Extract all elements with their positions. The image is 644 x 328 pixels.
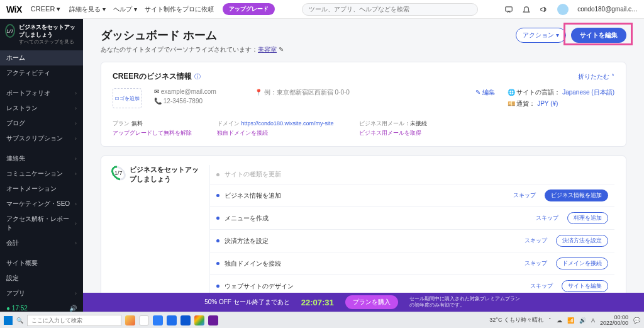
step-skip-link[interactable]: スキップ <box>525 259 547 268</box>
tray-up-icon[interactable]: ˄ <box>548 317 552 324</box>
step-label: ウェブサイトのデザイン <box>225 282 525 291</box>
nav-subscription[interactable]: サブスクリプション› <box>0 131 83 146</box>
tray-volume-icon[interactable]: 🔊 <box>579 317 586 324</box>
collapse-link[interactable]: 折りたたむ ˄ <box>578 72 614 81</box>
upgrade-plan-link[interactable]: アップグレードして無料を解除 <box>113 129 192 137</box>
steps-list: サイトの種類を更新ビジネス情報を追加スキップビジネス情報を追加メニューを作成スキ… <box>209 165 614 312</box>
nav-contacts[interactable]: 連絡先› <box>0 151 83 166</box>
sidebar-setup-sub: すべてのステップを見る <box>19 38 78 45</box>
nav-site-overview[interactable]: サイト概要 <box>0 256 83 271</box>
info-icon[interactable]: ⓘ <box>194 73 201 80</box>
tray-onedrive-icon[interactable]: ☁ <box>557 317 562 324</box>
nav-activity[interactable]: アクティビティ <box>0 65 83 81</box>
promo-buy-button[interactable]: プランを購入 <box>345 295 398 309</box>
nav-restaurant[interactable]: レストラン› <box>0 101 83 116</box>
nav-bot: サイト概要 設定 アプリ› <box>0 256 83 301</box>
nav-marketing-seo[interactable]: マーケティング・SEO› <box>0 196 83 212</box>
wix-logo[interactable]: WiX <box>6 4 22 14</box>
biz-lang: 🌐 サイトの言語： Japanese (日本語) <box>508 88 614 97</box>
progress-ring: 1/7 <box>5 24 15 38</box>
nav-home[interactable]: ホーム <box>0 50 83 65</box>
step-label: 独自ドメインを接続 <box>225 259 519 268</box>
task-weather-icon[interactable] <box>125 315 135 325</box>
menu-item[interactable]: ヘルプ ▾ <box>113 5 137 14</box>
step-row[interactable]: 独自ドメインを接続スキップドメインを接続 <box>210 252 614 275</box>
chat-icon[interactable] <box>504 5 513 14</box>
menu-item[interactable]: 詳細を見る ▾ <box>69 5 106 14</box>
user-email[interactable]: condo180@gmail.c… <box>577 6 638 13</box>
step-skip-link[interactable]: スキップ <box>530 282 553 290</box>
edit-site-button[interactable]: サイトを編集 <box>571 28 626 43</box>
start-button[interactable] <box>4 316 13 325</box>
nav-apps[interactable]: アプリ› <box>0 286 83 301</box>
task-edge-icon[interactable] <box>167 315 177 325</box>
nav-analytics[interactable]: アクセス解析・レポート› <box>0 212 83 235</box>
site-switcher[interactable]: CREER ▾ <box>31 5 61 13</box>
topbar-icons: condo180@gmail.c… <box>504 4 638 15</box>
actions-button[interactable]: アクション ▾ <box>516 28 566 43</box>
nav-mid: ポートフォリオ› レストラン› ブログ› サブスクリプション› <box>0 86 83 146</box>
avatar[interactable] <box>557 4 569 15</box>
step-row[interactable]: ビジネス情報を追加スキップビジネス情報を追加 <box>210 184 614 207</box>
task-app-icon[interactable] <box>208 315 218 325</box>
step-skip-link[interactable]: スキップ <box>525 237 547 245</box>
svg-rect-0 <box>506 6 513 11</box>
connect-domain-link[interactable]: 独自ドメインを接続 <box>217 129 334 137</box>
step-action-button[interactable]: ビジネス情報を追加 <box>545 189 608 201</box>
promo-countdown: 22:07:31 <box>301 298 334 307</box>
nav-mid2: 連絡先› コミュニケーション› オートメーション マーケティング・SEO› アク… <box>0 151 83 251</box>
nav-automation[interactable]: オートメーション <box>0 181 83 196</box>
nav-portfolio[interactable]: ポートフォリオ› <box>0 86 83 101</box>
step-row[interactable]: 決済方法を設定スキップ決済方法を設定 <box>210 230 614 252</box>
step-row[interactable]: メニューを作成スキップ料理を追加 <box>210 207 614 230</box>
search-input[interactable] <box>302 3 478 16</box>
step-dot-icon <box>216 262 219 265</box>
step-label: メニューを作成 <box>225 214 531 223</box>
task-chrome-icon[interactable] <box>194 315 204 325</box>
sidebar-setup-title: ビジネスをセットアップしましょう <box>19 24 78 38</box>
head-actions: アクション ▾ サイトを編集 <box>516 28 626 43</box>
step-action-button[interactable]: 料理を追加 <box>567 212 608 224</box>
top-bar: WiX CREER ▾ 詳細を見る ▾ ヘルプ ▾ サイト制作をプロに依頼 アッ… <box>0 0 644 19</box>
tray-wifi-icon[interactable]: 📶 <box>567 317 574 324</box>
step-dot-icon <box>216 173 219 176</box>
tray-ime-icon[interactable]: A <box>591 317 595 324</box>
step-action-button[interactable]: 決済方法を設定 <box>556 235 608 247</box>
taskbar-search[interactable] <box>27 315 121 326</box>
page-header: ダッシュボード ホーム あなたのサイトタイプでパーソナライズされています：美容室… <box>101 28 626 54</box>
tray-date: 2022/00/00 <box>600 320 628 326</box>
task-explorer-icon[interactable] <box>139 315 149 325</box>
step-skip-link[interactable]: スキップ <box>536 214 558 222</box>
nav-settings[interactable]: 設定 <box>0 271 83 286</box>
megaphone-icon[interactable] <box>540 5 548 14</box>
step-action-button[interactable]: ドメインを接続 <box>556 257 608 269</box>
sidebar-setup[interactable]: 1/7 ビジネスをセットアップしましょう すべてのステップを見る <box>0 19 83 50</box>
step-label: サイトの種類を更新 <box>225 170 608 179</box>
step-skip-link[interactable]: スキップ <box>513 191 536 200</box>
add-logo-button[interactable]: ロゴを追加 <box>113 88 142 108</box>
bell-icon[interactable] <box>522 5 531 14</box>
step-action-button[interactable]: サイトを編集 <box>562 280 608 292</box>
top-menu: 詳細を見る ▾ ヘルプ ▾ サイト制作をプロに依頼 <box>69 5 214 14</box>
tray-notifications-icon[interactable]: 💬 <box>633 317 640 324</box>
nav-blog[interactable]: ブログ› <box>0 116 83 131</box>
page-title: ダッシュボード ホーム <box>101 28 284 43</box>
business-info-card: CREERのビジネス情報ⓘ 折りたたむ ˄ ロゴを追加 ✉ example@ma… <box>101 62 626 147</box>
site-type-link[interactable]: 美容室 <box>258 46 277 53</box>
volume-icon[interactable]: 🔊 <box>69 305 77 312</box>
edit-biz-link[interactable]: ✎ 編集 <box>475 88 495 97</box>
get-mail-link[interactable]: ビジネス用メールを取得 <box>359 129 427 137</box>
menu-item[interactable]: サイト制作をプロに依頼 <box>145 5 214 14</box>
nav-communication[interactable]: コミュニケーション› <box>0 166 83 181</box>
nav-accounting[interactable]: 会計› <box>0 235 83 251</box>
windows-taskbar: 🔍 32°C くもり時々晴れ ˄ ☁ 📶 🔊 A 00:00 2022/00/0… <box>0 312 644 328</box>
upgrade-button[interactable]: アップグレード <box>223 3 275 15</box>
task-mail-icon[interactable] <box>153 315 163 325</box>
tray-weather: 32°C くもり時々晴れ <box>489 316 543 324</box>
system-tray[interactable]: 32°C くもり時々晴れ ˄ ☁ 📶 🔊 A 00:00 2022/00/00 … <box>489 315 640 326</box>
promo-bar: 50% OFF セール終了まであと 22:07:31 プランを購入 セール期間中… <box>83 293 644 312</box>
biz-currency: 💴 通貨： JPY (¥) <box>508 99 614 108</box>
task-store-icon[interactable] <box>180 315 191 325</box>
step-row[interactable]: サイトの種類を更新 <box>210 165 614 184</box>
search-icon: 🔍 <box>16 317 23 324</box>
